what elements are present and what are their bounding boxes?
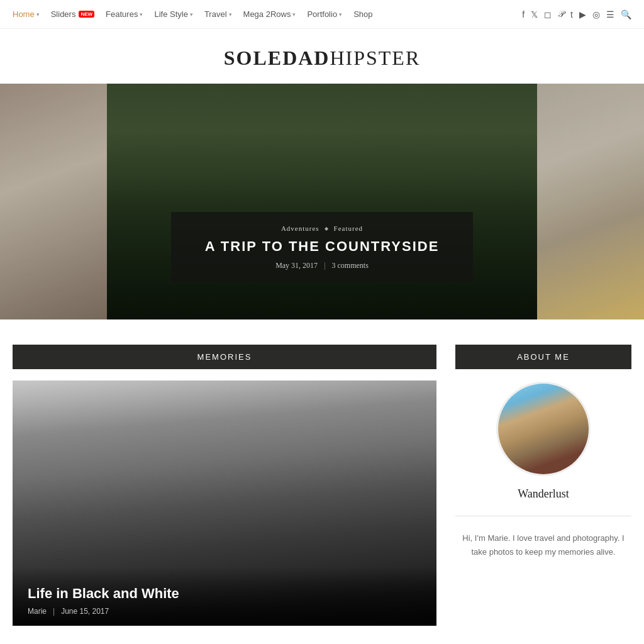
nav-menu: Home ▾ Sliders NEW Features ▾ Life Style… (13, 9, 373, 19)
new-badge: NEW (79, 11, 94, 18)
post-date: June 15, 2017 (61, 607, 109, 616)
youtube-icon[interactable]: ▶ (579, 9, 586, 19)
soundcloud-icon[interactable]: ◎ (592, 9, 600, 19)
logo-part2: HIPSTER (330, 47, 420, 69)
hero-meta: May 31, 2017 | 3 comments (190, 261, 454, 270)
nav-item-home[interactable]: Home ▾ (13, 9, 40, 19)
post-title[interactable]: Life in Black and White (28, 586, 421, 602)
nav-item-lifestyle[interactable]: Life Style ▾ (154, 9, 192, 19)
instagram-icon[interactable]: ◻ (544, 9, 552, 19)
featured-post-card[interactable]: Life in Black and White Marie | June 15,… (13, 380, 436, 626)
pinterest-icon[interactable]: 𝒫 (558, 9, 564, 19)
nav-item-features[interactable]: Features ▾ (106, 9, 143, 19)
hero-category2[interactable]: Featured (334, 225, 363, 232)
chevron-down-icon: ▾ (36, 11, 40, 18)
slider-left-image (0, 84, 107, 319)
nav-item-mega2rows[interactable]: Mega 2Rows ▾ (243, 9, 296, 19)
chevron-down-icon: ▾ (140, 11, 143, 18)
navigation: Home ▾ Sliders NEW Features ▾ Life Style… (0, 0, 644, 29)
slider-main-panel: Adventures ◆ Featured A TRIP TO THE COUN… (107, 84, 537, 319)
meta-separator: | (53, 607, 55, 616)
logo-part1: SOLEDAD (224, 47, 330, 69)
post-author[interactable]: Marie (28, 607, 47, 616)
memories-section-header: MEMORIES (13, 345, 436, 369)
menu-icon[interactable]: ☰ (606, 9, 614, 19)
about-section-header: ABOUT ME (455, 345, 631, 369)
nav-item-shop[interactable]: Shop (353, 9, 372, 19)
avatar (496, 382, 591, 476)
search-icon[interactable]: 🔍 (621, 9, 631, 19)
slider-right-panel (537, 84, 644, 319)
hero-overlay (107, 84, 537, 319)
hero-comments[interactable]: 3 comments (332, 261, 369, 270)
twitter-icon[interactable]: 𝕏 (531, 9, 538, 19)
about-name: Wanderlust (455, 487, 631, 501)
sidebar: ABOUT ME Wanderlust Hi, I'm Marie. I lov… (455, 345, 631, 626)
nav-item-sliders[interactable]: Sliders NEW (51, 9, 94, 19)
slider-right-image (537, 84, 644, 319)
chevron-down-icon: ▾ (190, 11, 193, 18)
dot-separator: ◆ (325, 226, 329, 231)
hero-title[interactable]: A TRIP TO THE COUNTRYSIDE (190, 238, 454, 255)
tumblr-icon[interactable]: t (570, 9, 573, 19)
chevron-down-icon: ▾ (292, 11, 296, 18)
meta-separator: | (324, 261, 325, 270)
about-bio: Hi, I'm Marie. I love travel and photogr… (455, 531, 631, 559)
main-content: MEMORIES Life in Black and White Marie |… (0, 319, 644, 638)
nav-item-portfolio[interactable]: Portfolio ▾ (307, 9, 342, 19)
post-caption: Life in Black and White Marie | June 15,… (13, 567, 436, 626)
chevron-down-icon: ▾ (339, 11, 342, 18)
nav-item-travel[interactable]: Travel ▾ (204, 9, 232, 19)
hero-date: May 31, 2017 (275, 261, 318, 270)
chevron-down-icon: ▾ (229, 11, 232, 18)
hero-categories: Adventures ◆ Featured (190, 225, 454, 232)
slider-left-panel (0, 84, 107, 319)
hero-category1[interactable]: Adventures (281, 225, 319, 232)
avatar-image (498, 384, 589, 474)
facebook-icon[interactable]: f (522, 9, 525, 19)
nav-social: f 𝕏 ◻ 𝒫 t ▶ ◎ ☰ 🔍 (522, 9, 631, 19)
hero-slider: Adventures ◆ Featured A TRIP TO THE COUN… (0, 84, 644, 319)
main-left-column: MEMORIES Life in Black and White Marie |… (13, 345, 436, 626)
hero-caption: Adventures ◆ Featured A TRIP TO THE COUN… (171, 212, 473, 282)
post-meta: Marie | June 15, 2017 (28, 607, 421, 616)
site-logo[interactable]: SOLEDADHIPSTER (0, 47, 644, 70)
about-me-widget: Wanderlust Hi, I'm Marie. I love travel … (455, 382, 631, 559)
site-header: SOLEDADHIPSTER (0, 29, 644, 84)
divider (455, 516, 631, 516)
